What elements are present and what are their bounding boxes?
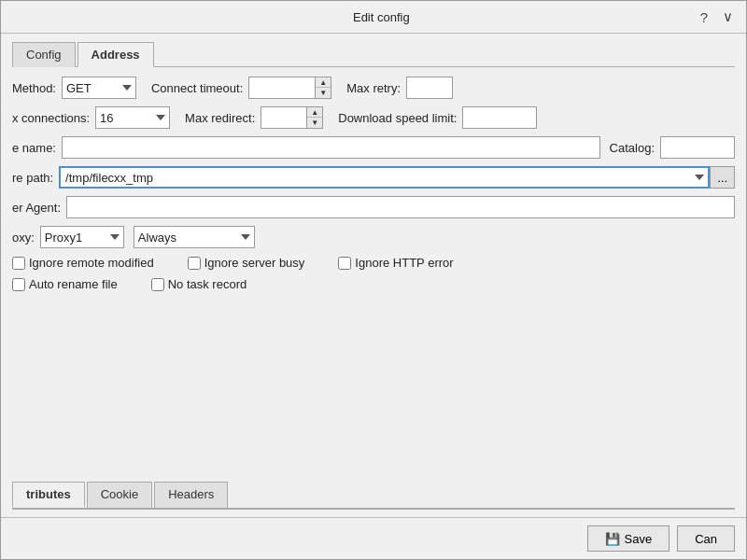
user-agent-input[interactable]: Mozilla/5.0 (X11; Linux x86_64; rv:100.0… xyxy=(66,196,735,218)
method-label: Method: xyxy=(12,81,56,95)
store-path-label: re path: xyxy=(12,171,53,185)
save-label: Save xyxy=(625,532,653,546)
row-proxy: oxy: Proxy1 Proxy2 None Always Never Aut… xyxy=(12,226,735,248)
checkbox-row-1: Ignore remote modified Ignore server bus… xyxy=(12,256,735,270)
window-title: Edit config xyxy=(66,10,697,24)
connect-timeout-arrows: ▲ ▼ xyxy=(316,77,331,99)
titlebar: Edit config ? ∨ xyxy=(1,1,746,34)
download-speed-input[interactable]: Unlimited xyxy=(462,106,537,129)
tab-headers[interactable]: Headers xyxy=(154,482,228,508)
tab-cookie[interactable]: Cookie xyxy=(87,482,152,508)
footer: 💾 Save Can xyxy=(1,517,746,559)
download-speed-label: Download speed limit: xyxy=(338,111,457,125)
proxy-when-select[interactable]: Always Never Auto xyxy=(134,226,255,248)
row-filename: e name: ows_11_consumer_editions_updated… xyxy=(12,136,735,159)
top-tab-bar: Config Address xyxy=(12,41,735,67)
tab-address[interactable]: Address xyxy=(78,42,154,67)
auto-rename-item: Auto rename file xyxy=(12,277,118,291)
max-redirect-down[interactable]: ▼ xyxy=(307,118,322,128)
connections-select[interactable]: 16 8 32 xyxy=(95,106,170,129)
x-connections-label: x connections: xyxy=(12,111,90,125)
auto-rename-checkbox[interactable] xyxy=(12,278,25,291)
catalog-label: Catalog: xyxy=(610,141,655,155)
file-name-input[interactable]: ows_11_consumer_editions_updated_june_20… xyxy=(62,136,600,159)
row-connections: x connections: 16 8 32 Max redirect: 5 ▲… xyxy=(12,106,735,129)
proxy-label: oxy: xyxy=(12,231,35,245)
method-select[interactable]: GET POST HEAD xyxy=(62,77,136,99)
row-method: Method: GET POST HEAD Connect timeout: 5… xyxy=(12,77,735,99)
file-name-label: e name: xyxy=(12,141,56,155)
dialog-content: Config Address Method: GET POST HEAD Con… xyxy=(1,34,746,517)
max-redirect-arrows: ▲ ▼ xyxy=(307,106,323,129)
row-useragent: er Agent: Mozilla/5.0 (X11; Linux x86_64… xyxy=(12,196,735,218)
ignore-http-label: Ignore HTTP error xyxy=(355,256,453,270)
cancel-label: Can xyxy=(695,532,717,546)
no-task-record-label: No task record xyxy=(168,277,247,291)
edit-config-window: Edit config ? ∨ Config Address Method: G… xyxy=(0,0,747,560)
max-redirect-label: Max redirect: xyxy=(185,111,255,125)
max-redirect-up[interactable]: ▲ xyxy=(307,107,322,118)
ignore-http-item: Ignore HTTP error xyxy=(338,256,453,270)
ignore-http-checkbox[interactable] xyxy=(338,257,351,270)
no-task-record-item: No task record xyxy=(151,277,247,291)
connect-timeout-down[interactable]: ▼ xyxy=(316,88,331,98)
connect-timeout-label: Connect timeout: xyxy=(151,81,243,95)
expand-button[interactable]: ∨ xyxy=(719,7,737,27)
form-area: Method: GET POST HEAD Connect timeout: 5… xyxy=(12,77,735,472)
save-button[interactable]: 💾 Save xyxy=(587,525,670,552)
ignore-remote-item: Ignore remote modified xyxy=(12,256,154,270)
save-icon: 💾 xyxy=(605,532,620,546)
max-redirect-spinner: 5 ▲ ▼ xyxy=(261,106,323,129)
max-retry-input[interactable]: 5 xyxy=(406,77,453,99)
tab-config[interactable]: Config xyxy=(12,42,76,67)
ignore-server-item: Ignore server busy xyxy=(188,256,305,270)
store-path-select[interactable]: /tmp/filecxx_tmp xyxy=(59,166,710,189)
ignore-remote-checkbox[interactable] xyxy=(12,257,25,270)
ignore-server-checkbox[interactable] xyxy=(188,257,201,270)
max-retry-label: Max retry: xyxy=(346,81,401,95)
bottom-tab-bar: tributes Cookie Headers xyxy=(12,482,735,510)
max-redirect-input[interactable]: 5 xyxy=(261,106,307,129)
help-button[interactable]: ? xyxy=(697,7,712,27)
auto-rename-label: Auto rename file xyxy=(29,277,118,291)
cancel-button[interactable]: Can xyxy=(677,525,735,552)
browse-button[interactable]: ... xyxy=(710,166,735,189)
no-task-record-checkbox[interactable] xyxy=(151,278,164,291)
row-storepath: re path: /tmp/filecxx_tmp ... xyxy=(12,166,735,189)
catalog-input[interactable]: test xyxy=(660,136,735,159)
tab-attributes[interactable]: tributes xyxy=(12,482,85,508)
proxy-select[interactable]: Proxy1 Proxy2 None xyxy=(40,226,124,248)
ignore-remote-label: Ignore remote modified xyxy=(29,256,154,270)
titlebar-controls: ? ∨ xyxy=(697,7,737,27)
connect-timeout-input[interactable]: 5000ms xyxy=(248,77,316,99)
connect-timeout-spinner: 5000ms ▲ ▼ xyxy=(248,77,331,99)
checkbox-row-2: Auto rename file No task record xyxy=(12,277,735,291)
connect-timeout-up[interactable]: ▲ xyxy=(316,77,331,88)
ignore-server-label: Ignore server busy xyxy=(204,256,305,270)
user-agent-label: er Agent: xyxy=(12,201,61,215)
